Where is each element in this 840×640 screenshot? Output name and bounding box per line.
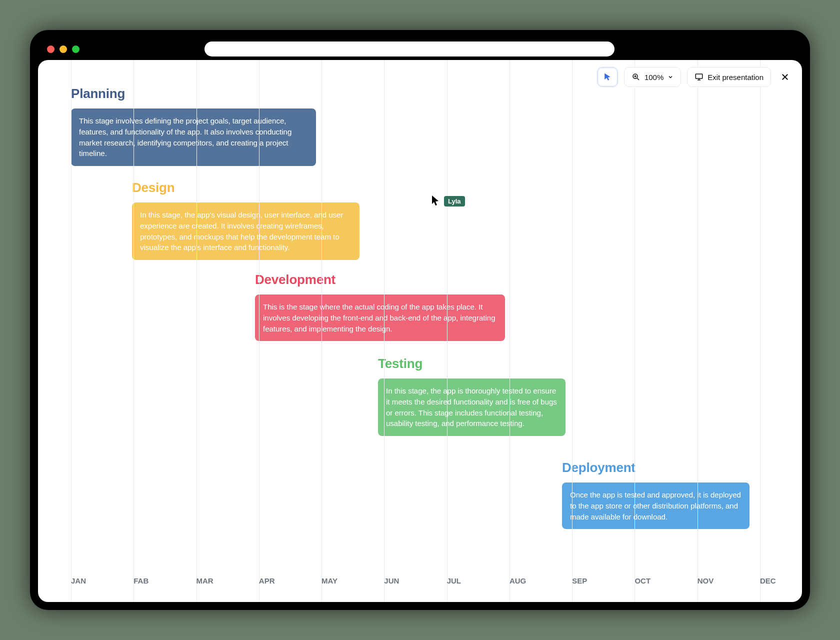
collaborator-name: Lyla [444,196,465,206]
stage-planning[interactable]: Planning This stage involves defining th… [71,86,316,166]
pointer-icon [602,72,612,82]
stage-title: Planning [71,86,316,102]
month-label: DEC [760,576,776,585]
stage-card[interactable]: This is the stage where the actual codin… [255,294,505,341]
month-label: MAY [322,576,338,585]
stage-title: Design [132,180,360,196]
pointer-tool-button[interactable] [597,67,618,87]
month-label: MAR [196,576,214,585]
stage-card[interactable]: Once the app is tested and approved, it … [562,482,750,529]
exit-presentation-label: Exit presentation [708,73,764,82]
month-gridline [322,60,322,602]
exit-presentation-button[interactable]: Exit presentation [687,67,771,87]
month-gridline [134,60,134,602]
window-close-dot[interactable] [47,46,54,53]
month-label: SEP [572,576,587,585]
zoom-in-icon [632,72,640,82]
chevron-down-icon [668,74,674,80]
presentation-icon [694,72,704,82]
month-label: JUL [447,576,461,585]
month-gridline [196,60,197,602]
month-label: NOV [698,576,714,585]
month-label: AUG [510,576,526,585]
month-gridline [698,60,698,602]
svg-line-1 [637,78,639,80]
month-gridline [384,60,384,602]
zoom-control[interactable]: 100% [624,67,681,87]
zoom-level: 100% [644,73,664,82]
month-label: FAB [134,576,148,585]
month-gridline [447,60,448,602]
collaborator-cursor: Lyla [431,195,465,206]
window-titlebar [38,38,802,60]
close-button[interactable] [777,69,793,85]
month-label: JUN [384,576,399,585]
timeline-canvas[interactable]: Planning This stage involves defining th… [38,60,802,602]
stage-design[interactable]: Design In this stage, the app's visual d… [132,180,360,260]
stage-card[interactable]: In this stage, the app is thoroughly tes… [378,378,566,436]
stage-title: Development [255,272,505,288]
stage-development[interactable]: Development This is the stage where the … [255,272,505,341]
month-gridline [259,60,260,602]
stage-testing[interactable]: Testing In this stage, the app is thorou… [378,356,566,436]
stage-title: Deployment [562,460,750,476]
app-viewport: 100% Exit presentation Planni [38,60,802,602]
month-gridline [71,60,72,602]
month-gridline [634,60,635,602]
month-gridline [510,60,510,602]
stage-title: Testing [378,356,566,372]
month-gridline [572,60,572,602]
stage-card[interactable]: In this stage, the app's visual design, … [132,202,360,260]
device-frame: 100% Exit presentation Planni [30,30,810,610]
presentation-toolbar: 100% Exit presentation [597,67,793,87]
month-label: APR [259,576,275,585]
svg-rect-4 [696,74,703,78]
stage-deployment[interactable]: Deployment Once the app is tested and ap… [562,460,750,529]
cursor-arrow-icon [431,195,440,206]
month-label: OCT [634,576,650,585]
close-icon [780,72,790,82]
month-label: JAN [71,576,86,585]
stage-card[interactable]: This stage involves defining the project… [71,108,316,166]
window-maximize-dot[interactable] [72,46,80,53]
month-gridline [760,60,760,602]
window-minimize-dot[interactable] [60,46,67,53]
address-bar[interactable] [204,42,614,56]
